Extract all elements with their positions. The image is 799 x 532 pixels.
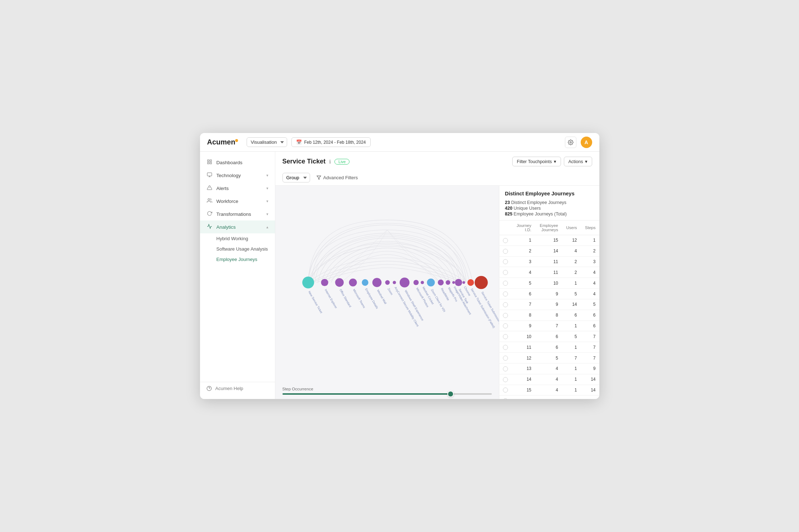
node-service-ticket-success[interactable] — [475, 276, 488, 289]
content-header: Service Ticket ℹ Live Filter Touchpoints… — [275, 152, 599, 186]
actions-button[interactable]: Actions ▾ — [564, 157, 592, 166]
row-users: 1 — [562, 278, 581, 289]
row-journey-id: 13 — [512, 363, 535, 374]
table-row[interactable]: 4 11 2 4 — [499, 267, 599, 278]
table-row[interactable]: 10 6 5 7 — [499, 331, 599, 342]
node-zoom[interactable] — [385, 280, 390, 285]
filter-touchpoints-button[interactable]: Filter Touchpoints ▾ — [512, 157, 561, 166]
title-row: Service Ticket ℹ Live Filter Touchpoints… — [282, 157, 592, 166]
row-radio[interactable] — [499, 278, 512, 289]
row-radio[interactable] — [499, 385, 512, 395]
row-journeys: 6 — [535, 342, 562, 353]
row-radio[interactable] — [499, 353, 512, 364]
node-image-video[interactable] — [452, 281, 455, 284]
table-row[interactable]: 5 10 1 4 — [499, 278, 599, 289]
user-avatar[interactable]: A — [581, 137, 592, 148]
visualisation-select[interactable]: Visualisation — [247, 137, 287, 147]
row-steps: 2 — [581, 246, 599, 256]
svg-rect-3 — [208, 162, 209, 164]
table-row[interactable]: 1 15 12 1 — [499, 235, 599, 246]
node-service-task[interactable] — [455, 279, 462, 286]
step-occurrence-slider[interactable] — [282, 393, 492, 395]
row-radio[interactable] — [499, 320, 512, 331]
sidebar-sub-employee-journeys[interactable]: Employee Journeys — [200, 254, 275, 265]
node-zoom-client[interactable] — [427, 279, 435, 286]
node-microsoft-teams[interactable] — [349, 279, 357, 286]
row-radio[interactable] — [499, 256, 512, 267]
node-mednet-mail[interactable] — [372, 278, 381, 287]
group-select[interactable]: Group — [282, 173, 310, 182]
sidebar-item-technology[interactable]: Technology ▾ — [200, 169, 275, 182]
node-mednet-cricket[interactable] — [420, 281, 424, 284]
info-icon[interactable]: ℹ — [329, 159, 331, 165]
stat-distinct-label: Distinct Employee Journeys — [511, 200, 566, 205]
sidebar-item-workforce[interactable]: Workforce ▾ — [200, 195, 275, 208]
node-anyconnect[interactable] — [393, 281, 396, 284]
sidebar-item-dashboards[interactable]: Dashboards — [200, 156, 275, 169]
table-row[interactable]: 14 4 1 14 — [499, 374, 599, 385]
row-radio[interactable] — [499, 342, 512, 353]
table-row[interactable]: 9 7 1 6 — [499, 320, 599, 331]
chord-diagram[interactable]: New Service Ticket Internet Explorer Off… — [275, 186, 499, 379]
node-internet-explorer[interactable] — [321, 279, 328, 286]
panel-stats: 23 Distinct Employee Journeys 420 Unique… — [505, 200, 594, 217]
svg-point-0 — [570, 142, 571, 143]
col-journey-id: JourneyI.D. — [512, 220, 535, 235]
date-range-display[interactable]: 📅 Feb 12th, 2024 - Feb 18th, 2024 — [291, 137, 370, 147]
row-journeys: 3 — [535, 395, 562, 399]
svg-rect-1 — [208, 160, 209, 161]
sidebar-item-analytics[interactable]: Analytics ▴ — [200, 220, 275, 233]
sidebar-item-alerts[interactable]: Alerts ▾ — [200, 182, 275, 195]
sidebar-sub-software-usage[interactable]: Software Usage Analysis — [200, 244, 275, 254]
table-row[interactable]: 7 9 14 5 — [499, 299, 599, 310]
node-employee-details[interactable] — [362, 279, 368, 286]
node-service-ticket-failed[interactable] — [467, 279, 474, 286]
help-button[interactable]: Acumen Help — [206, 386, 268, 391]
row-journeys: 11 — [535, 267, 562, 278]
table-row[interactable]: 16 3 1 16 — [499, 395, 599, 399]
table-row[interactable]: 6 9 5 4 — [499, 289, 599, 299]
stat-distinct-num: 23 — [505, 200, 510, 205]
node-office-standard[interactable] — [335, 278, 344, 287]
sidebar-sub-hybrid-working[interactable]: Hybrid Working — [200, 233, 275, 244]
row-radio[interactable] — [499, 299, 512, 310]
node-mapinfo-pro[interactable] — [446, 280, 450, 285]
row-radio[interactable] — [499, 235, 512, 246]
table-row[interactable]: 12 5 7 7 — [499, 353, 599, 364]
row-radio[interactable] — [499, 331, 512, 342]
topbar: Acumen Visualisation 📅 Feb 12th, 2024 - … — [200, 133, 599, 152]
row-steps: 16 — [581, 395, 599, 399]
row-radio[interactable] — [499, 310, 512, 320]
sidebar-item-transformations[interactable]: Transformations ▾ — [200, 208, 275, 220]
table-row[interactable]: 13 4 1 9 — [499, 363, 599, 374]
table-row[interactable]: 11 6 1 7 — [499, 342, 599, 353]
row-radio[interactable] — [499, 363, 512, 374]
row-users: 1 — [562, 374, 581, 385]
row-radio[interactable] — [499, 267, 512, 278]
row-radio[interactable] — [499, 246, 512, 256]
panel-header: Distinct Employee Journeys 23 Distinct E… — [499, 186, 599, 220]
table-row[interactable]: 2 14 4 2 — [499, 246, 599, 256]
row-journey-id: 12 — [512, 353, 535, 364]
table-row[interactable]: 8 8 6 6 — [499, 310, 599, 320]
settings-button[interactable] — [565, 137, 576, 148]
node-microsoft-photos[interactable] — [413, 280, 419, 285]
table-row[interactable]: 15 4 1 14 — [499, 385, 599, 395]
sidebar-dashboards-label: Dashboards — [217, 160, 243, 165]
node-readwrite[interactable] — [438, 280, 444, 286]
node-new-service-ticket[interactable] — [302, 276, 314, 288]
slider-thumb[interactable] — [447, 391, 454, 397]
row-radio[interactable] — [499, 289, 512, 299]
node-chrome[interactable] — [462, 281, 465, 284]
advanced-filters-button[interactable]: Advanced Filters — [314, 174, 361, 182]
row-journey-id: 11 — [512, 342, 535, 353]
node-windows-shell[interactable] — [399, 277, 409, 288]
chord-diagram-area: New Service Ticket Internet Explorer Off… — [275, 186, 499, 399]
chevron-down-icon: ▾ — [266, 212, 268, 217]
row-radio[interactable] — [499, 395, 512, 399]
row-journeys: 8 — [535, 310, 562, 320]
row-steps: 7 — [581, 331, 599, 342]
row-radio[interactable] — [499, 374, 512, 385]
row-journey-id: 10 — [512, 331, 535, 342]
table-row[interactable]: 3 11 2 3 — [499, 256, 599, 267]
